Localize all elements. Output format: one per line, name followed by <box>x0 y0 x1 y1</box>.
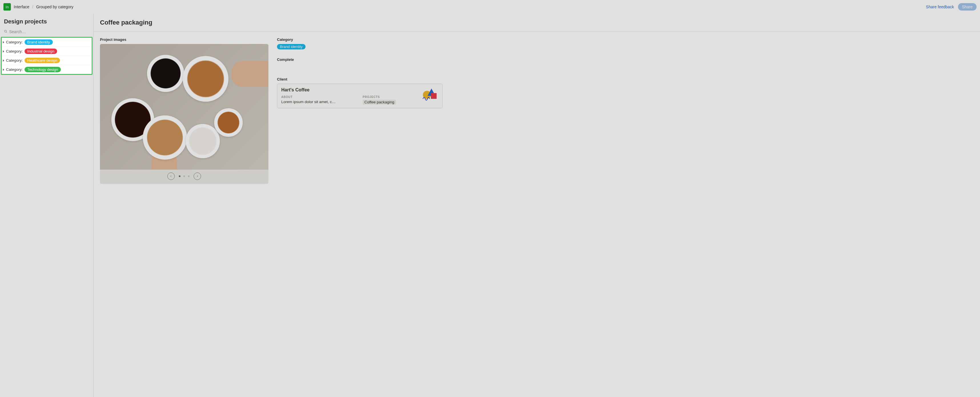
client-project-chip[interactable]: Coffee packaging <box>363 100 396 105</box>
disclosure-icon <box>3 59 4 62</box>
carousel-dots <box>179 175 189 177</box>
client-name: Hart's Coffee <box>281 88 438 92</box>
disclosure-icon <box>3 69 4 71</box>
page-header: Coffee packaging <box>94 14 980 32</box>
detail-category-tag[interactable]: Brand identity <box>277 44 305 49</box>
category-group-row[interactable]: Category: Technology design <box>2 65 92 74</box>
client-about-heading: ABOUT <box>281 96 357 99</box>
project-images-label: Project images <box>100 37 269 42</box>
project-image[interactable] <box>100 44 269 170</box>
search-row[interactable] <box>0 28 93 37</box>
category-group-row[interactable]: Category: Brand identity <box>2 38 92 47</box>
category-group-list: Category: Brand identity Category: Indus… <box>1 37 92 75</box>
workspace-icon[interactable]: In <box>3 3 11 11</box>
breadcrumb-current[interactable]: Grouped by category <box>36 5 73 9</box>
breadcrumb: Interface / Grouped by category <box>14 5 73 9</box>
disclosure-icon <box>3 50 4 53</box>
client-card[interactable]: Hart's Coffee ABOUT Lorem ipsum dolor si… <box>277 84 442 108</box>
share-feedback-link[interactable]: Share feedback <box>926 5 954 9</box>
svg-rect-4 <box>431 93 437 99</box>
category-tag-technology-design[interactable]: Technology design <box>25 67 61 72</box>
client-logo <box>422 88 439 100</box>
content-area: Coffee packaging Project images <box>94 14 980 397</box>
breadcrumb-separator: / <box>32 5 33 9</box>
category-group-row[interactable]: Category: Healthcare design <box>2 56 92 65</box>
carousel-dot[interactable] <box>188 175 189 177</box>
search-input[interactable] <box>9 29 89 34</box>
group-prefix-label: Category: <box>6 58 23 62</box>
carousel-prev-button[interactable] <box>167 172 175 180</box>
sidebar-title: Design projects <box>0 16 93 28</box>
client-about-text: Lorem ipsum dolor sit amet, c… <box>281 100 357 104</box>
complete-label: Complete <box>277 57 442 62</box>
carousel-next-button[interactable] <box>194 172 201 180</box>
svg-line-1 <box>6 32 7 33</box>
topbar: In Interface / Grouped by category Share… <box>0 0 980 14</box>
client-label: Client <box>277 77 442 81</box>
group-prefix-label: Category: <box>6 49 23 53</box>
carousel-dot[interactable] <box>183 175 185 177</box>
breadcrumb-root[interactable]: Interface <box>14 5 29 9</box>
group-prefix-label: Category: <box>6 67 23 72</box>
category-tag-industrial-design[interactable]: Industrial design <box>25 49 57 54</box>
group-prefix-label: Category: <box>6 40 23 44</box>
svg-point-0 <box>5 30 6 32</box>
carousel-controls <box>100 170 269 184</box>
search-icon <box>4 29 8 34</box>
share-button[interactable]: Share <box>958 3 977 11</box>
category-label: Category <box>277 37 442 42</box>
disclosure-icon <box>3 41 4 43</box>
project-image-card <box>100 44 269 184</box>
category-tag-brand-identity[interactable]: Brand identity <box>25 40 53 45</box>
sidebar: Design projects Category: Brand identity… <box>0 14 94 397</box>
page-title: Coffee packaging <box>100 19 974 26</box>
category-group-row[interactable]: Category: Industrial design <box>2 47 92 56</box>
category-tag-healthcare-design[interactable]: Healthcare design <box>25 58 60 63</box>
carousel-dot[interactable] <box>179 175 180 177</box>
